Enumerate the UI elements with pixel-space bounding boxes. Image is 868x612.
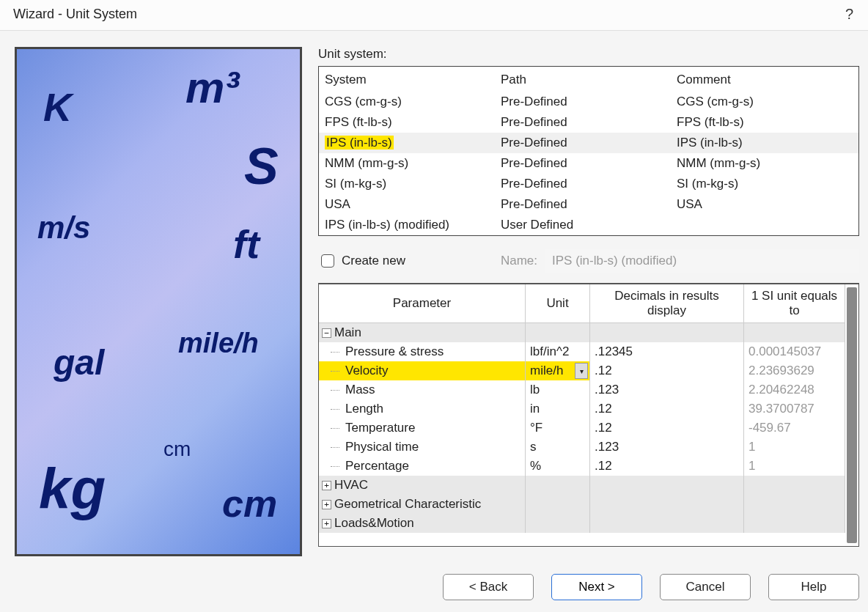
parameter-row[interactable]: Velocitymile/h▾.122.23693629 (319, 361, 845, 380)
unit-system-label: Unit system: (318, 47, 859, 62)
parameter-row[interactable]: Lengthin.1239.3700787 (319, 399, 845, 419)
expand-icon[interactable]: + (322, 519, 331, 528)
unit-label-K: K (43, 84, 72, 130)
parameter-row[interactable]: Masslb.1232.20462248 (319, 380, 845, 399)
param-group-row[interactable]: −Main (319, 323, 845, 342)
unit-system-row[interactable]: NMM (mm-g-s)Pre-DefinedNMM (mm-g-s) (319, 153, 858, 174)
chevron-down-icon[interactable]: ▾ (575, 363, 588, 379)
create-new-checkbox[interactable] (321, 254, 334, 268)
col-decimals[interactable]: Decimals in results display (590, 284, 744, 323)
col-si-equals[interactable]: 1 SI unit equals to (744, 284, 845, 323)
help-icon[interactable]: ? (845, 6, 853, 23)
title-bar: Wizard - Unit System ? (0, 0, 868, 31)
ruler-cm-label: cm (163, 438, 191, 461)
unit-label-ft: ft (233, 221, 260, 267)
expand-icon[interactable]: + (322, 500, 331, 509)
help-button[interactable]: Help (768, 574, 859, 600)
collapse-icon[interactable]: − (322, 328, 331, 338)
name-label: Name: (501, 254, 537, 268)
cancel-button[interactable]: Cancel (660, 574, 751, 600)
unit-system-row[interactable]: IPS (in-lb-s)Pre-DefinedIPS (in-lb-s) (319, 133, 858, 153)
window-title: Wizard - Unit System (13, 7, 137, 22)
unit-label-S: S (244, 137, 279, 196)
unit-system-header: System Path Comment (319, 67, 858, 92)
unit-label-mileh: mile/h (178, 328, 259, 359)
unit-system-row[interactable]: USAPre-DefinedUSA (319, 194, 858, 215)
param-group-row[interactable]: +HVAC (319, 476, 845, 495)
parameters-scrollbar[interactable] (847, 287, 857, 543)
unit-system-row[interactable]: FPS (ft-lb-s)Pre-DefinedFPS (ft-lb-s) (319, 112, 858, 133)
wizard-footer: < Back Next > Cancel Help (0, 562, 868, 600)
back-button[interactable]: < Back (443, 574, 534, 600)
col-parameter[interactable]: Parameter (319, 284, 526, 323)
parameter-row[interactable]: Physical times.1231 (319, 438, 845, 457)
unit-system-row[interactable]: SI (m-kg-s)Pre-DefinedSI (m-kg-s) (319, 174, 858, 194)
unit-label-gal: gal (54, 342, 104, 383)
param-group-row[interactable]: +Geometrical Characteristic (319, 495, 845, 514)
unit-system-row[interactable]: CGS (cm-g-s)Pre-DefinedCGS (cm-g-s) (319, 92, 858, 112)
wizard-illustration: K m³ m/s S ft gal mile/h kg cm cm (15, 47, 302, 556)
col-path[interactable]: Path (501, 73, 677, 87)
unit-label-ms: m/s (37, 210, 90, 246)
unit-label-kg: kg (39, 456, 106, 523)
next-button[interactable]: Next > (551, 574, 642, 600)
col-system[interactable]: System (325, 73, 501, 87)
col-comment[interactable]: Comment (677, 73, 851, 87)
param-group-row[interactable]: +Loads&Motion (319, 514, 845, 533)
parameters-table: Parameter Unit Decimals in results displ… (318, 283, 859, 547)
col-unit[interactable]: Unit (526, 284, 590, 323)
parameter-row[interactable]: Pressure & stresslbf/in^2.123450.0001450… (319, 342, 845, 361)
name-input[interactable] (545, 249, 859, 273)
unit-label-m3: m³ (185, 62, 239, 113)
unit-label-cm: cm (222, 482, 277, 526)
parameters-header: Parameter Unit Decimals in results displ… (319, 284, 845, 323)
unit-system-table: System Path Comment CGS (cm-g-s)Pre-Defi… (318, 66, 859, 236)
create-new-label: Create new (342, 254, 405, 268)
expand-icon[interactable]: + (322, 481, 331, 490)
unit-system-row[interactable]: IPS (in-lb-s) (modified)User Defined (319, 215, 858, 235)
parameter-row[interactable]: Percentage%.121 (319, 457, 845, 476)
parameter-row[interactable]: Temperature°F.12-459.67 (319, 419, 845, 438)
